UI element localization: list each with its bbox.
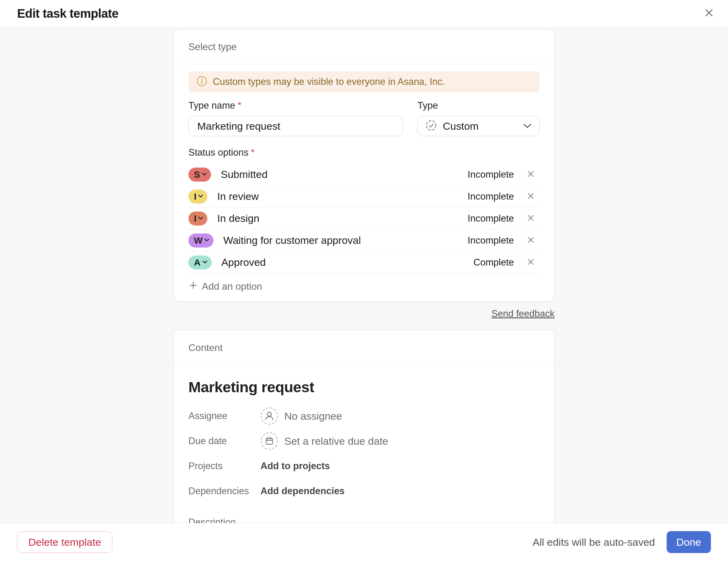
dependencies-row: Dependencies Add dependencies bbox=[188, 482, 540, 500]
dashed-circle-check-icon bbox=[425, 119, 437, 133]
status-completion[interactable]: Complete bbox=[473, 257, 514, 268]
status-color-pill[interactable]: A bbox=[188, 256, 212, 270]
dialog-header: Edit task template bbox=[0, 0, 728, 27]
close-icon bbox=[526, 191, 535, 202]
status-name[interactable]: Approved bbox=[221, 257, 266, 268]
banner-text: Custom types may be visible to everyone … bbox=[213, 76, 445, 87]
status-color-pill[interactable]: I bbox=[188, 190, 207, 204]
done-button[interactable]: Done bbox=[667, 531, 711, 553]
status-name[interactable]: Waiting for customer approval bbox=[223, 235, 361, 246]
info-icon bbox=[196, 76, 207, 88]
close-icon bbox=[526, 213, 535, 224]
chevron-down-icon bbox=[198, 194, 203, 199]
status-name[interactable]: Submitted bbox=[221, 169, 268, 180]
required-asterisk: * bbox=[238, 100, 241, 111]
status-completion[interactable]: Incomplete bbox=[468, 191, 514, 202]
content-card: Content Marketing request Assignee No as… bbox=[173, 330, 555, 523]
close-icon bbox=[526, 235, 535, 246]
remove-status-button[interactable] bbox=[526, 213, 536, 224]
plus-icon bbox=[189, 281, 198, 292]
chevron-down-icon bbox=[204, 238, 209, 243]
projects-row: Projects Add to projects bbox=[188, 457, 540, 475]
status-color-pill[interactable]: W bbox=[188, 234, 213, 248]
chevron-down-icon bbox=[198, 216, 203, 221]
assignee-label: Assignee bbox=[188, 410, 260, 421]
person-dashed-circle-icon[interactable] bbox=[260, 407, 278, 425]
projects-label: Projects bbox=[188, 461, 260, 472]
dialog-body: Select type Custom types may be visible … bbox=[0, 27, 728, 523]
visibility-banner: Custom types may be visible to everyone … bbox=[188, 71, 540, 92]
assignee-row: Assignee No assignee bbox=[188, 407, 540, 425]
type-dropdown[interactable]: Custom bbox=[417, 116, 540, 136]
description-label: Description bbox=[188, 517, 260, 523]
due-date-label: Due date bbox=[188, 435, 260, 446]
type-name-input[interactable] bbox=[188, 116, 403, 136]
status-name[interactable]: In design bbox=[217, 213, 259, 224]
close-icon bbox=[703, 7, 715, 20]
status-completion[interactable]: Incomplete bbox=[468, 169, 514, 180]
description-row: Description bbox=[188, 513, 540, 523]
status-name[interactable]: In review bbox=[217, 191, 259, 202]
assignee-value[interactable]: No assignee bbox=[284, 410, 342, 422]
add-option-button[interactable]: Add an option bbox=[188, 278, 263, 295]
status-row-waiting-approval: W Waiting for customer approval Incomple… bbox=[188, 230, 540, 252]
due-date-value[interactable]: Set a relative due date bbox=[284, 435, 388, 447]
remove-status-button[interactable] bbox=[526, 169, 536, 180]
content-card-title: Content bbox=[174, 330, 554, 365]
add-to-projects-button[interactable]: Add to projects bbox=[260, 461, 330, 472]
page-title: Edit task template bbox=[17, 7, 118, 20]
select-type-card: Select type Custom types may be visible … bbox=[173, 29, 555, 301]
type-dropdown-value: Custom bbox=[443, 120, 479, 132]
status-color-pill[interactable]: S bbox=[188, 168, 211, 182]
remove-status-button[interactable] bbox=[526, 257, 536, 268]
remove-status-button[interactable] bbox=[526, 235, 536, 246]
remove-status-button[interactable] bbox=[526, 191, 536, 202]
status-row-in-review: I In review Incomplete bbox=[188, 186, 540, 208]
status-color-pill[interactable]: I bbox=[188, 212, 207, 226]
status-row-in-design: I In design Incomplete bbox=[188, 208, 540, 230]
required-asterisk: * bbox=[251, 147, 254, 158]
chevron-down-icon bbox=[202, 172, 207, 177]
dialog-footer: Delete template All edits will be auto-s… bbox=[0, 523, 728, 561]
delete-template-button[interactable]: Delete template bbox=[17, 531, 112, 553]
select-type-card-title: Select type bbox=[174, 30, 554, 64]
task-template-title[interactable]: Marketing request bbox=[188, 378, 540, 395]
dependencies-label: Dependencies bbox=[188, 486, 260, 497]
calendar-dashed-circle-icon[interactable] bbox=[260, 432, 278, 450]
autosave-note: All edits will be auto-saved bbox=[533, 536, 655, 548]
chevron-down-icon bbox=[523, 123, 532, 129]
close-button[interactable] bbox=[701, 5, 717, 21]
due-date-row: Due date Set a relative due date bbox=[188, 432, 540, 450]
status-options-label: Status options* bbox=[188, 147, 540, 158]
type-label: Type bbox=[417, 100, 540, 111]
close-icon bbox=[526, 257, 535, 268]
status-options-list: S Submitted Incomplete I In review bbox=[188, 164, 540, 274]
status-completion[interactable]: Incomplete bbox=[468, 235, 514, 246]
status-row-approved: A Approved Complete bbox=[188, 252, 540, 274]
send-feedback-link[interactable]: Send feedback bbox=[491, 308, 555, 319]
add-dependencies-button[interactable]: Add dependencies bbox=[260, 486, 345, 497]
status-completion[interactable]: Incomplete bbox=[468, 213, 514, 224]
type-name-label: Type name* bbox=[188, 100, 403, 111]
status-row-submitted: S Submitted Incomplete bbox=[188, 164, 540, 186]
close-icon bbox=[526, 169, 535, 180]
chevron-down-icon bbox=[202, 260, 208, 265]
